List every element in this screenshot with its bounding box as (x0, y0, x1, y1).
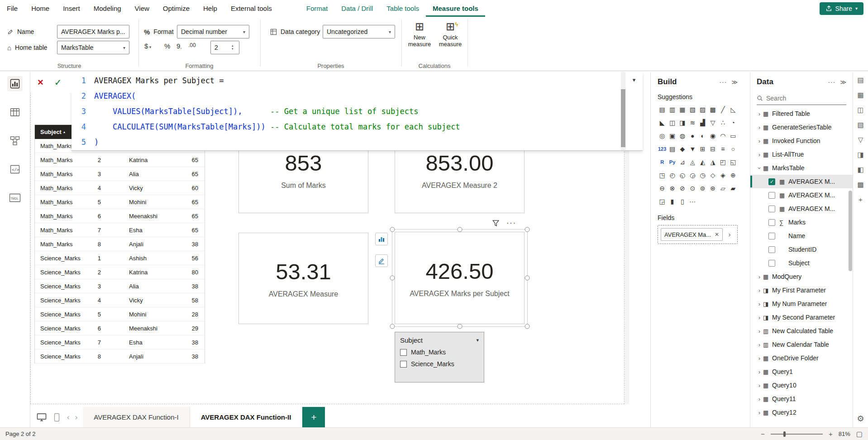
python-visual-icon[interactable]: Py (668, 157, 677, 167)
custom-visual-7-icon[interactable]: ◈ (718, 170, 727, 180)
menu-tab-measure-tools[interactable]: Measure tools (426, 0, 485, 17)
clustered-column-chart-icon[interactable]: ▧ (688, 105, 697, 115)
field-item-marks[interactable]: ∑Marks (750, 215, 853, 229)
selection-handle[interactable] (525, 276, 530, 281)
formula-cancel-icon[interactable]: × (38, 77, 43, 87)
menu-tab-format[interactable]: Format (300, 0, 335, 17)
line-chart-icon[interactable]: ╱ (718, 105, 727, 115)
selection-handle[interactable] (458, 227, 463, 232)
field-item-averagex-m[interactable]: ▦AVERAGEX M... (750, 202, 853, 215)
build-pane-collapse-icon[interactable]: ≫ (731, 79, 738, 86)
formula-line[interactable]: 3 VALUES(MarksTable[Subject]), -- Get a … (72, 104, 621, 119)
100-stacked-bar-chart-icon[interactable]: ▨ (698, 105, 707, 115)
performance-pane-strip-icon[interactable]: ▩ (857, 181, 863, 188)
next-page-chevron-icon[interactable]: › (75, 413, 78, 422)
text-box-icon[interactable]: ≡ (718, 144, 727, 154)
custom-visual-11-icon[interactable]: ⊘ (678, 183, 687, 193)
table-row[interactable]: Science_Marks2Katrina80 (35, 265, 205, 279)
selection-handle[interactable] (525, 324, 530, 329)
multi-row-card-icon[interactable]: ▤ (668, 144, 677, 154)
table-row[interactable]: Science_Marks1Ashish56 (35, 251, 205, 265)
checkbox-unchecked-icon[interactable] (768, 246, 775, 253)
ribbon-chart-icon[interactable]: ≋ (688, 118, 697, 128)
table-item-my-num-parameter[interactable]: ›◨My Num Parameter (750, 297, 853, 311)
shape-icon[interactable]: ○ (729, 144, 738, 154)
table-row[interactable]: Math_Marks4Vicky60 (35, 181, 205, 195)
formula-commit-icon[interactable]: ✓ (54, 78, 62, 87)
menu-item-help[interactable]: Help (196, 0, 224, 17)
table-row[interactable]: Science_Marks5Mohini28 (35, 307, 205, 321)
shape-map-icon[interactable]: ◐ (698, 131, 707, 141)
custom-visual-8-icon[interactable]: ⊕ (729, 170, 738, 180)
data-pane-scrollbar-thumb[interactable] (849, 191, 852, 271)
card-icon[interactable]: ▭ (729, 131, 738, 141)
numeric-card-icon[interactable]: 123 (658, 144, 667, 154)
table-item-my-first-parameter[interactable]: ›◨My First Parameter (750, 283, 853, 297)
name-input[interactable] (57, 25, 129, 38)
line-and-clustered-column-chart-icon[interactable]: ◨ (678, 118, 687, 128)
power-apps-icon[interactable]: ◱ (729, 157, 738, 167)
build-pane-strip-icon[interactable]: ▦ (857, 91, 863, 98)
formula-scrollbar-thumb[interactable] (621, 89, 625, 147)
more-options-icon[interactable]: ··· (506, 219, 516, 227)
formula-line[interactable]: 4 CALCULATE(SUM(MarksTable[Marks])) -- C… (72, 119, 621, 134)
table-item-query11[interactable]: ›▦Query11 (750, 392, 853, 406)
table-item-list-alltrue[interactable]: ›▦List-AllTrue (750, 148, 853, 161)
table-row[interactable]: Math_Marks6Meenakshi65 (35, 209, 205, 223)
chevron-right-icon[interactable]: › (756, 124, 763, 131)
menu-tab-data-drill[interactable]: Data / Drill (334, 0, 380, 17)
checkbox-unchecked-icon[interactable] (400, 349, 407, 356)
search-box[interactable] (757, 91, 846, 105)
on-object-chart-type-button[interactable] (375, 233, 388, 245)
canvas-scrollbar[interactable] (625, 151, 629, 404)
add-pane-icon[interactable]: + (858, 196, 863, 203)
table-view-icon[interactable] (7, 105, 23, 120)
pie-chart-icon[interactable]: ◔ (729, 118, 738, 128)
slicer-option-math-marks[interactable]: Math_Marks (400, 349, 479, 356)
chevron-right-icon[interactable]: › (756, 314, 763, 321)
clustered-bar-chart-icon[interactable]: ▦ (678, 105, 687, 115)
selection-handle[interactable] (390, 227, 395, 232)
table-item-onedrive-folder[interactable]: ›▦OneDrive Folder (750, 351, 853, 365)
qa-visual-icon[interactable]: ◭ (698, 157, 707, 167)
checkbox-unchecked-icon[interactable] (768, 219, 775, 226)
page-tab-averagex-dax-function-i[interactable]: AVERAGEX DAX Function-I (83, 407, 190, 427)
card-averagex-measure[interactable]: 53.31 AVERAGEX Measure (238, 233, 368, 324)
table-row[interactable]: Science_Marks6Meenakshi29 (35, 321, 205, 335)
checkbox-unchecked-icon[interactable] (768, 206, 775, 212)
percent-format-icon[interactable]: % (164, 42, 170, 50)
zoom-slider-thumb[interactable] (783, 431, 786, 437)
table-item-new-calendar-table[interactable]: ›▥New Calendar Table (750, 338, 853, 351)
data-pane-strip-icon[interactable]: ▤ (857, 77, 863, 83)
slicer-option-science-marks[interactable]: Science_Marks (400, 360, 479, 368)
funnel-chart-icon[interactable]: ▽ (708, 118, 717, 128)
checkbox-unchecked-icon[interactable] (768, 192, 775, 199)
bookmarks-pane-strip-icon[interactable]: ◨ (857, 151, 863, 158)
decimal-places-stepper[interactable]: ▴▾ (232, 44, 258, 50)
azure-map-icon[interactable]: ◉ (708, 131, 717, 141)
custom-visual-17-icon[interactable]: ▯ (678, 196, 687, 206)
stacked-area-chart-icon[interactable]: ◣ (658, 118, 667, 128)
formula-line[interactable]: 1AVERAGEX Marks per Subject = (72, 73, 621, 88)
key-influencers-icon[interactable]: ⊿ (678, 157, 687, 167)
tmdl-view-icon[interactable]: TMDL (7, 190, 23, 206)
model-view-icon[interactable] (7, 133, 23, 148)
line-and-stacked-column-chart-icon[interactable]: ◫ (668, 118, 677, 128)
menu-tab-table-tools[interactable]: Table tools (380, 0, 426, 17)
zoom-slider[interactable] (771, 434, 823, 435)
field-item-name[interactable]: Name (750, 229, 853, 243)
page-tab-averagex-dax-function-ii[interactable]: AVERAGEX DAX Function-II (190, 407, 303, 427)
selection-handle[interactable] (390, 276, 395, 281)
custom-visual-6-icon[interactable]: ◇ (708, 170, 717, 180)
decomposition-tree-icon[interactable]: ◬ (688, 157, 697, 167)
stacked-column-chart-icon[interactable]: ▥ (668, 105, 677, 115)
thousands-separator-icon[interactable]: 9, (176, 42, 181, 50)
custom-visual-1-icon[interactable]: ◳ (658, 170, 667, 180)
menu-item-file[interactable]: File (0, 0, 24, 17)
settings-gear-icon[interactable]: ⚙ (857, 414, 864, 424)
slicer-icon[interactable]: ▼ (688, 144, 697, 154)
menu-item-home[interactable]: Home (24, 0, 56, 17)
filter-icon[interactable] (492, 220, 499, 226)
map-icon[interactable]: ◍ (678, 131, 687, 141)
menu-item-view[interactable]: View (128, 0, 156, 17)
